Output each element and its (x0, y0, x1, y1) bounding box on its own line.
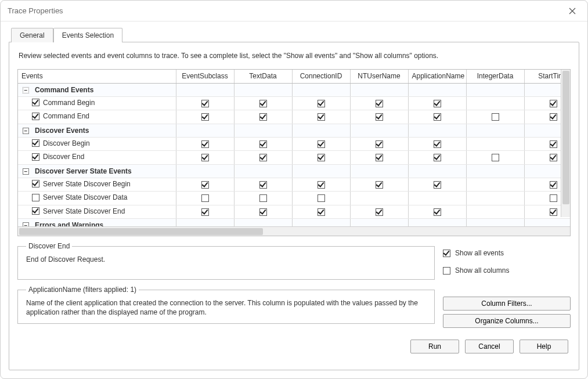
cell-checkbox[interactable] (376, 140, 383, 148)
event-row[interactable]: Server State Discover End (18, 205, 570, 219)
cell-checkbox[interactable] (318, 154, 325, 161)
event-row[interactable]: Discover End (18, 151, 570, 165)
cell-checkbox[interactable] (376, 154, 383, 161)
col-header[interactable]: NTUserName (350, 70, 408, 83)
col-header[interactable]: IntegerData (466, 70, 524, 83)
cell-checkbox[interactable] (201, 140, 209, 148)
show-all-columns-option[interactable]: Show all columns (443, 266, 571, 275)
column-help-box: ApplicationName (filters applied: 1) Nam… (17, 286, 435, 323)
grid-vertical-scrollbar[interactable] (561, 70, 570, 217)
cell-checkbox[interactable] (259, 208, 267, 216)
run-button[interactable]: Run (410, 340, 459, 353)
event-help-title: Discover End (26, 242, 72, 250)
group-row[interactable]: −Command Events (18, 83, 570, 96)
cell-checkbox[interactable] (550, 100, 557, 107)
cell-checkbox[interactable] (201, 194, 209, 202)
cell-checkbox[interactable] (201, 113, 209, 121)
column-filters-button[interactable]: Column Filters... (443, 297, 571, 311)
tree-toggle-icon[interactable]: − (23, 168, 29, 175)
help-button[interactable]: Help (520, 340, 568, 353)
titlebar: Trace Properties (1, 1, 587, 21)
tab-events-selection[interactable]: Events Selection (53, 28, 122, 42)
cell-checkbox[interactable] (376, 100, 383, 107)
tree-toggle-icon[interactable]: − (23, 128, 29, 134)
cell-checkbox[interactable] (492, 154, 499, 161)
row-checkbox[interactable] (32, 113, 39, 120)
cell-checkbox[interactable] (259, 181, 267, 189)
cell-checkbox[interactable] (259, 100, 267, 107)
cell-checkbox[interactable] (434, 140, 441, 148)
tabstrip: General Events Selection (11, 27, 579, 42)
row-checkbox[interactable] (32, 180, 39, 187)
show-all-events-option[interactable]: Show all events (443, 249, 571, 257)
event-row[interactable]: Command End (18, 110, 570, 124)
cell-checkbox[interactable] (318, 140, 325, 148)
grid-horizontal-scrollbar[interactable] (18, 226, 570, 236)
col-header[interactable]: ApplicationName (408, 70, 466, 83)
cell-checkbox[interactable] (201, 208, 209, 216)
cell-checkbox[interactable] (201, 154, 209, 161)
group-row[interactable]: −Discover Events (18, 124, 570, 137)
cell-checkbox[interactable] (434, 154, 441, 161)
row-checkbox[interactable] (32, 99, 39, 106)
event-row[interactable]: Server State Discover Data (18, 192, 570, 205)
cell-checkbox[interactable] (550, 181, 557, 189)
row-checkbox[interactable] (32, 194, 39, 201)
event-label: Server State Discover Data (43, 193, 127, 201)
row-checkbox[interactable] (32, 139, 39, 147)
cell-checkbox[interactable] (318, 113, 325, 121)
cell-checkbox[interactable] (434, 100, 441, 107)
group-row[interactable]: −Discover Server State Events (18, 164, 570, 178)
event-row[interactable]: Discover Begin (18, 137, 570, 151)
cell-checkbox[interactable] (318, 181, 325, 189)
event-label: Server State Discover Begin (43, 180, 131, 188)
col-header[interactable]: EventSubclass (176, 70, 234, 83)
cell-checkbox[interactable] (550, 208, 557, 216)
cell-checkbox[interactable] (376, 181, 383, 189)
col-header[interactable]: ConnectionID (292, 70, 350, 83)
group-row[interactable]: −Errors and Warnings (18, 219, 570, 227)
event-row[interactable]: Command Begin (18, 96, 570, 110)
row-checkbox[interactable] (32, 153, 39, 161)
tab-general[interactable]: General (11, 28, 53, 42)
dialog-footer: Run Cancel Help (17, 334, 571, 355)
tree-toggle-icon[interactable]: − (23, 222, 29, 226)
col-header-events[interactable]: Events (18, 70, 176, 83)
tabpanel-events-selection: Review selected events and event columns… (9, 42, 579, 370)
cell-checkbox[interactable] (201, 100, 209, 107)
row-checkbox[interactable] (32, 207, 39, 215)
cell-checkbox[interactable] (259, 113, 267, 121)
cancel-button[interactable]: Cancel (465, 340, 514, 353)
cell-checkbox[interactable] (434, 113, 441, 121)
tree-toggle-icon[interactable]: − (23, 87, 29, 93)
cell-checkbox[interactable] (550, 113, 557, 121)
event-row[interactable]: Server State Discover Begin (18, 178, 570, 192)
cell-checkbox[interactable] (550, 194, 557, 202)
close-icon[interactable] (564, 3, 580, 19)
group-name: Errors and Warnings (35, 221, 103, 226)
cell-checkbox[interactable] (550, 154, 557, 161)
cell-checkbox[interactable] (259, 154, 267, 161)
event-label: Discover Begin (43, 139, 90, 147)
cell-checkbox[interactable] (201, 181, 209, 189)
cell-checkbox[interactable] (259, 194, 267, 202)
cell-checkbox[interactable] (318, 100, 325, 107)
instructions-text: Review selected events and event columns… (19, 52, 571, 60)
cell-checkbox[interactable] (318, 208, 325, 216)
event-label: Command End (43, 112, 89, 120)
col-header[interactable]: TextData (234, 70, 292, 83)
cell-checkbox[interactable] (318, 194, 325, 202)
window-title: Trace Properties (8, 6, 564, 15)
checkbox-icon[interactable] (443, 267, 450, 275)
grid-header-row: Events EventSubclass TextData Connection… (18, 70, 570, 83)
column-help-text: Name of the client application that crea… (26, 298, 428, 317)
cell-checkbox[interactable] (492, 113, 499, 121)
cell-checkbox[interactable] (550, 140, 557, 148)
cell-checkbox[interactable] (259, 140, 267, 148)
organize-columns-button[interactable]: Organize Columns... (443, 314, 571, 328)
cell-checkbox[interactable] (434, 181, 441, 189)
cell-checkbox[interactable] (376, 208, 383, 216)
cell-checkbox[interactable] (376, 113, 383, 121)
checkbox-icon[interactable] (443, 250, 450, 257)
cell-checkbox[interactable] (434, 208, 441, 216)
